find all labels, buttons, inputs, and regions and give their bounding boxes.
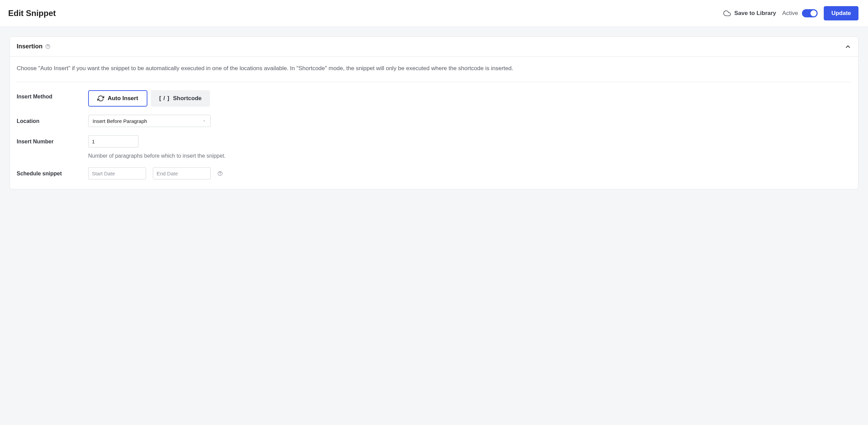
shortcode-button[interactable]: [ / ] Shortcode: [151, 90, 210, 107]
active-label: Active: [782, 10, 798, 17]
date-inputs: [88, 167, 851, 179]
end-date-input[interactable]: [153, 167, 211, 179]
panel-header[interactable]: Insertion: [10, 37, 858, 57]
insert-method-control: Auto Insert [ / ] Shortcode: [88, 90, 851, 107]
location-value: Insert Before Paragraph: [93, 118, 147, 124]
field-insert-number: Insert Number Number of paragraphs befor…: [17, 135, 851, 159]
caret-down-icon: [202, 119, 206, 123]
update-button[interactable]: Update: [824, 6, 858, 20]
schedule-control: [88, 167, 851, 179]
active-toggle[interactable]: [802, 9, 818, 17]
insert-number-control: Number of paragraphs before which to ins…: [88, 135, 851, 159]
insert-method-toggle: Auto Insert [ / ] Shortcode: [88, 90, 210, 107]
help-icon[interactable]: [45, 44, 50, 49]
field-location: Location Insert Before Paragraph: [17, 115, 851, 127]
panel-description: Choose "Auto Insert" if you want the sni…: [17, 64, 851, 82]
auto-insert-button[interactable]: Auto Insert: [88, 90, 147, 107]
active-toggle-group: Active: [782, 9, 818, 17]
field-schedule: Schedule snippet: [17, 167, 851, 179]
save-to-library-label: Save to Library: [734, 10, 776, 17]
shortcode-label: Shortcode: [173, 95, 202, 102]
insert-number-label: Insert Number: [17, 135, 88, 145]
field-insert-method: Insert Method: [17, 90, 851, 107]
toggle-knob: [810, 10, 817, 16]
cloud-icon: [723, 10, 731, 17]
help-icon[interactable]: [218, 171, 223, 176]
insert-number-input[interactable]: [88, 135, 139, 147]
insert-method-label: Insert Method: [17, 90, 88, 100]
chevron-up-icon: [845, 43, 851, 50]
schedule-label: Schedule snippet: [17, 167, 88, 177]
panel-title: Insertion: [17, 43, 43, 50]
page-header: Edit Snippet Save to Library Active Upda…: [0, 0, 868, 27]
auto-insert-label: Auto Insert: [108, 95, 138, 102]
refresh-icon: [97, 95, 104, 102]
insertion-panel: Insertion Choose "Auto Insert" if you wa…: [10, 36, 858, 189]
location-control: Insert Before Paragraph: [88, 115, 851, 127]
location-label: Location: [17, 115, 88, 124]
save-to-library-button[interactable]: Save to Library: [723, 10, 776, 17]
location-select[interactable]: Insert Before Paragraph: [88, 115, 211, 127]
insert-number-help: Number of paragraphs before which to ins…: [88, 153, 851, 159]
panel-body: Choose "Auto Insert" if you want the sni…: [10, 57, 858, 189]
shortcode-icon: [ / ]: [159, 95, 170, 102]
start-date-input[interactable]: [88, 167, 146, 179]
panel-title-wrap: Insertion: [17, 43, 50, 50]
content-wrap: Insertion Choose "Auto Insert" if you wa…: [0, 27, 868, 199]
page-title: Edit Snippet: [8, 9, 56, 18]
header-actions: Save to Library Active Update: [723, 6, 858, 20]
